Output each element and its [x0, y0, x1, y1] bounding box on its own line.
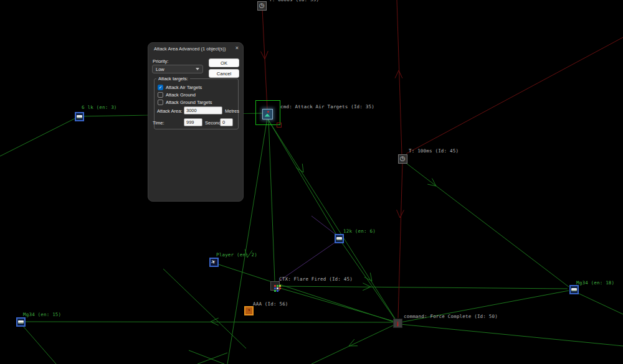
priority-label: Priority: — [153, 58, 168, 64]
vehicle-glyph — [77, 115, 82, 118]
time-input[interactable]: 999 — [184, 118, 202, 126]
player-icon[interactable]: ✈ — [209, 258, 219, 267]
aaa-icon[interactable]: ◔ — [244, 306, 254, 315]
link-line — [22, 325, 56, 364]
link-line — [397, 0, 402, 154]
cmd-force-complete-label: command: Force Complete (Id: 50) — [404, 314, 498, 319]
link-line — [404, 162, 569, 287]
arrowhead-icon — [397, 210, 400, 218]
link-line — [197, 353, 227, 364]
time-label: Time: — [153, 120, 164, 126]
link-line — [269, 119, 275, 281]
unit-mg34-left-label: Mg34 (en: 15) — [23, 312, 61, 317]
link-line — [400, 324, 623, 346]
link-line — [312, 325, 394, 364]
chevron-down-icon — [196, 68, 199, 70]
link-line — [267, 118, 336, 235]
node-link-graph — [0, 0, 623, 364]
checkbox-attack-air-targets[interactable]: ✓ — [158, 85, 163, 90]
link-line — [574, 291, 623, 314]
cmd-attack-air-label: cmd: Attack Air Targets (Id: 35) — [280, 104, 374, 110]
unit-mg34-left-icon[interactable] — [16, 317, 26, 327]
link-line — [217, 264, 393, 322]
unit-12k-label: 12k (en: 6) — [343, 228, 376, 234]
vehicle-glyph — [336, 237, 342, 240]
link-line — [278, 287, 393, 321]
arrowhead-icon — [363, 283, 371, 287]
arrowhead-icon — [363, 287, 371, 291]
timer-100ms-label: T: 100ms (Id: 45) — [409, 148, 459, 154]
timer-100ms-icon[interactable]: ◷ — [398, 154, 407, 164]
link-line — [21, 322, 393, 322]
priority-selected-value: Low — [156, 67, 164, 72]
close-icon[interactable]: × — [235, 45, 239, 51]
cancel-button[interactable]: Cancel — [209, 69, 239, 78]
unit-6lk-icon[interactable] — [75, 112, 84, 121]
arrowhead-icon — [432, 179, 436, 186]
ok-button[interactable]: OK — [209, 58, 239, 67]
arrowhead-icon — [296, 167, 303, 172]
link-line — [398, 162, 402, 318]
priority-dropdown[interactable]: Low — [152, 65, 203, 73]
link-line — [267, 118, 395, 319]
aaa-label: AAA (Id: 56) — [253, 301, 288, 307]
time-seconds-input[interactable]: 0 — [220, 118, 233, 126]
link-line — [163, 269, 246, 348]
arrowhead-icon — [265, 51, 268, 59]
jet-glyph: ✈ — [210, 258, 217, 266]
dialog-title: Attack Area Advanced (1 object(s)) — [154, 46, 226, 52]
vehicle-glyph — [571, 288, 577, 291]
attack-area-unit-label: Metres — [225, 108, 239, 114]
checkbox-attack-ground-targets-label: Attack Ground Targets — [166, 100, 212, 105]
selection-rectangle — [255, 100, 280, 125]
flare-glyph — [274, 285, 276, 287]
arrowhead-icon — [302, 164, 303, 172]
attack-area-input[interactable]: 3000 — [184, 106, 222, 114]
cmd-force-complete-icon[interactable]: ¡ — [393, 319, 402, 328]
checkbox-attack-air-targets-label: Attack Air Targets — [166, 85, 202, 90]
checkbox-attack-ground-targets[interactable] — [158, 100, 163, 105]
ctx-flare-fired-label: CTX: Flare Fired (Id: 45) — [279, 276, 353, 282]
link-line — [279, 286, 568, 289]
ctx-flare-fired-icon[interactable] — [270, 281, 280, 291]
selection-handle — [277, 123, 282, 128]
player-label: Player (en: 2) — [216, 252, 257, 258]
vehicle-glyph — [18, 320, 24, 324]
unit-6lk-label: 6 lk (en: 3) — [82, 105, 117, 110]
checkbox-attack-ground-label: Attack Ground — [166, 92, 196, 98]
link-line — [406, 37, 623, 154]
arrowhead-icon — [395, 70, 399, 78]
timer-top-label: T: 0000s (Id: 55) — [269, 0, 319, 2]
link-line — [189, 350, 224, 364]
timer-top-icon[interactable]: ◷ — [257, 1, 267, 11]
unit-mg34-right-label: Mg34 (en: 18) — [576, 280, 614, 286]
attack-area-label: Attack Area: — [157, 108, 182, 114]
unit-12k-icon[interactable] — [335, 234, 344, 243]
attack-area-dialog: Attack Area Advanced (1 object(s)) × Pri… — [148, 42, 244, 202]
arrowhead-icon — [400, 210, 404, 218]
mission-editor-canvas[interactable]: ◷T: 0000s (Id: 55)6 lk (en: 3)cmd: Attac… — [0, 0, 623, 364]
unit-mg34-right-icon[interactable] — [569, 285, 579, 294]
attack-targets-group-label: Attack targets: — [156, 76, 190, 82]
checkbox-attack-ground[interactable] — [158, 92, 163, 98]
link-line — [0, 116, 79, 156]
